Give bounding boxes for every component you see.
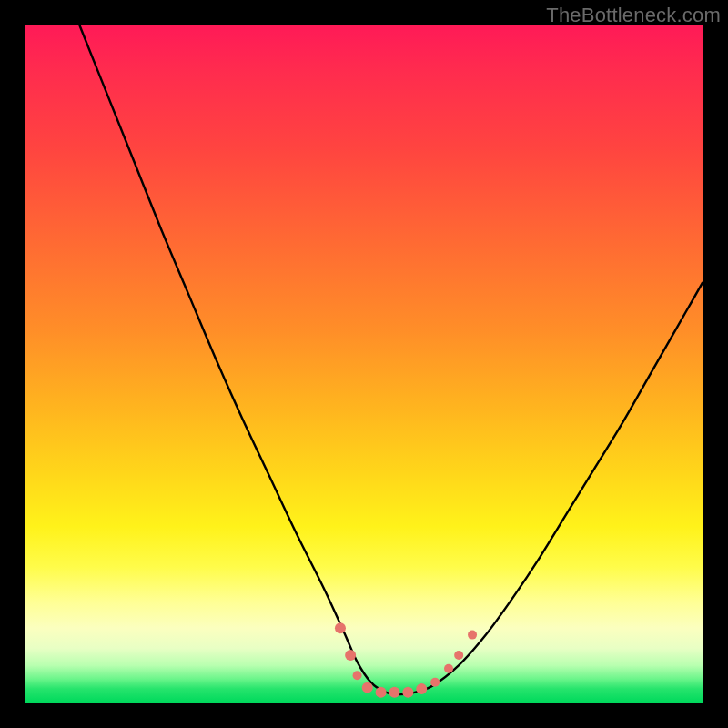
highlight-dot [362, 682, 373, 693]
chart-frame: TheBottleneck.com [0, 0, 728, 728]
highlight-dot [402, 687, 413, 698]
highlight-dot [376, 687, 387, 698]
highlight-dot [454, 651, 463, 660]
highlight-dot [468, 631, 477, 640]
highlight-dot [353, 671, 362, 680]
curve-line [80, 25, 703, 694]
bottleneck-curve-path [80, 25, 703, 694]
chart-svg [25, 25, 703, 703]
highlight-dot [416, 683, 427, 694]
watermark-text: TheBottleneck.com [546, 4, 721, 27]
plot-area [25, 25, 703, 703]
highlight-dot [430, 678, 440, 687]
highlight-dot [444, 664, 453, 673]
highlight-dot [345, 650, 356, 661]
highlight-dot [389, 687, 399, 698]
highlight-dot [335, 622, 346, 633]
